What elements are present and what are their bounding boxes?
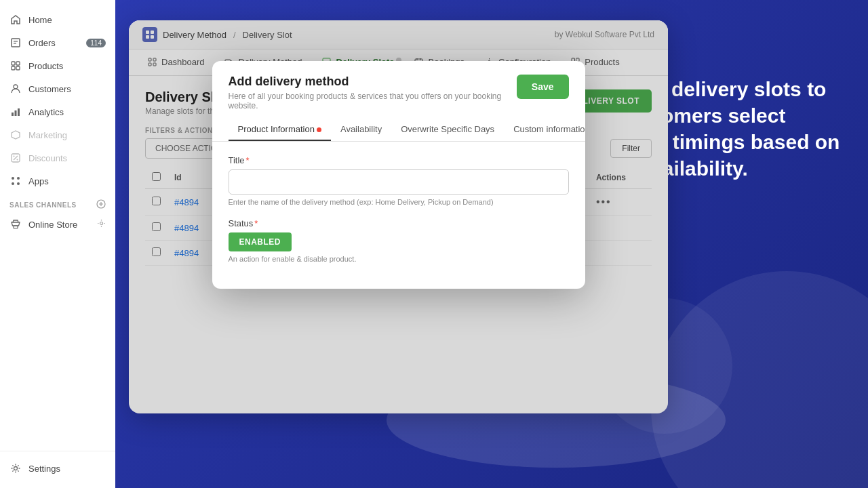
- sales-channels-section: SALES CHANNELS: [0, 192, 115, 213]
- sidebar-item-products[interactable]: Products: [0, 54, 115, 77]
- sidebar-item-customers[interactable]: Customers: [0, 77, 115, 100]
- sidebar-item-home[interactable]: Home: [0, 8, 115, 31]
- add-delivery-method-modal: Add delivery method Here of all your boo…: [212, 61, 585, 289]
- modal-tab-custom-info-label: Custom information: [513, 124, 585, 134]
- apps-icon: [9, 175, 22, 187]
- modal-tab-availability[interactable]: Availability: [331, 119, 391, 141]
- title-required-star: *: [246, 155, 250, 165]
- marketing-icon: [9, 129, 22, 141]
- svg-point-12: [14, 156, 15, 157]
- status-label: Status*: [229, 218, 569, 228]
- discounts-icon: [9, 152, 22, 164]
- modal-tab-product-info[interactable]: Product Information: [229, 119, 331, 141]
- main-content: DELIVERY SLOT Manage delivery slots to l…: [115, 0, 868, 488]
- modal-header-left: Add delivery method Here of all your boo…: [229, 75, 517, 110]
- modal-tab-overwrite-days[interactable]: Overwrite Specific Days: [391, 119, 504, 141]
- products-icon: [9, 60, 22, 72]
- svg-point-17: [17, 182, 20, 185]
- app-window: Delivery Method / Delivery Slot by Webku…: [129, 20, 668, 413]
- sidebar-item-online-store[interactable]: Online Store: [0, 213, 115, 236]
- status-hint: An action for enable & disable product.: [229, 255, 569, 263]
- svg-rect-5: [12, 66, 15, 70]
- orders-icon: [9, 37, 22, 49]
- home-icon: [9, 14, 22, 26]
- sidebar-item-online-store-label: Online Store: [28, 220, 77, 230]
- svg-rect-8: [12, 113, 14, 116]
- sidebar-item-products-label: Products: [28, 61, 63, 71]
- svg-point-15: [17, 177, 20, 180]
- modal-body: Title* Enter the name of the delivery me…: [212, 142, 585, 289]
- sidebar-item-marketing[interactable]: Marketing: [0, 123, 115, 146]
- svg-point-21: [14, 467, 18, 470]
- title-hint: Enter the name of the delivery method (e…: [229, 198, 569, 206]
- online-store-settings-icon[interactable]: [97, 219, 106, 230]
- title-input[interactable]: [229, 169, 569, 195]
- modal-tab-custom-info[interactable]: Custom information: [504, 119, 585, 141]
- svg-rect-9: [15, 110, 17, 116]
- modal-tab-overwrite-days-label: Overwrite Specific Days: [401, 124, 494, 134]
- svg-point-14: [12, 177, 14, 180]
- sidebar-item-analytics-label: Analytics: [28, 107, 64, 117]
- form-group-status: Status* ENABLED An action for enable & d…: [229, 218, 569, 263]
- store-icon: [9, 218, 22, 230]
- settings-icon: [9, 462, 22, 474]
- add-channel-icon[interactable]: [96, 199, 106, 210]
- title-label: Title*: [229, 155, 569, 165]
- analytics-icon: [9, 106, 22, 118]
- sidebar-item-customers-label: Customers: [28, 84, 71, 94]
- modal-header: Add delivery method Here of all your boo…: [212, 61, 585, 119]
- sidebar-item-apps[interactable]: Apps: [0, 169, 115, 192]
- sidebar-item-analytics[interactable]: Analytics: [0, 100, 115, 123]
- sidebar-item-home-label: Home: [28, 15, 52, 25]
- svg-rect-0: [12, 39, 20, 47]
- sidebar: Home Orders 114 Products: [0, 0, 115, 488]
- sales-channels-label: SALES CHANNELS: [9, 201, 77, 209]
- status-required-star: *: [254, 218, 258, 228]
- modal-tab-product-info-label: Product Information: [238, 124, 315, 134]
- svg-rect-3: [12, 62, 15, 65]
- sidebar-item-marketing-label: Marketing: [28, 130, 67, 140]
- svg-point-13: [17, 159, 18, 161]
- modal-save-button[interactable]: Save: [517, 75, 569, 99]
- modal-overlay: Add delivery method Here of all your boo…: [129, 20, 668, 413]
- sidebar-item-discounts-label: Discounts: [28, 153, 67, 163]
- status-enabled-button[interactable]: ENABLED: [229, 232, 292, 251]
- form-group-title: Title* Enter the name of the delivery me…: [229, 155, 569, 206]
- modal-tab-availability-label: Availability: [340, 124, 382, 134]
- modal-subtitle: Here of all your booking products & serv…: [229, 92, 517, 110]
- sidebar-item-discounts[interactable]: Discounts: [0, 146, 115, 169]
- sidebar-item-orders-label: Orders: [28, 38, 56, 48]
- svg-rect-10: [18, 108, 20, 116]
- modal-title: Add delivery method: [229, 75, 517, 89]
- orders-badge: 114: [86, 39, 106, 47]
- svg-point-7: [14, 85, 18, 89]
- customers-icon: [9, 83, 22, 95]
- required-dot: [317, 127, 321, 132]
- sidebar-item-apps-label: Apps: [28, 176, 49, 186]
- svg-rect-6: [16, 66, 20, 70]
- sidebar-item-orders[interactable]: Orders 114: [0, 31, 115, 54]
- settings-label: Settings: [28, 464, 60, 474]
- svg-rect-4: [16, 62, 20, 65]
- modal-tabs: Product Information Availability Overwri…: [212, 119, 585, 142]
- sidebar-item-settings[interactable]: Settings: [0, 457, 115, 480]
- svg-point-20: [100, 222, 103, 225]
- svg-point-16: [12, 182, 14, 185]
